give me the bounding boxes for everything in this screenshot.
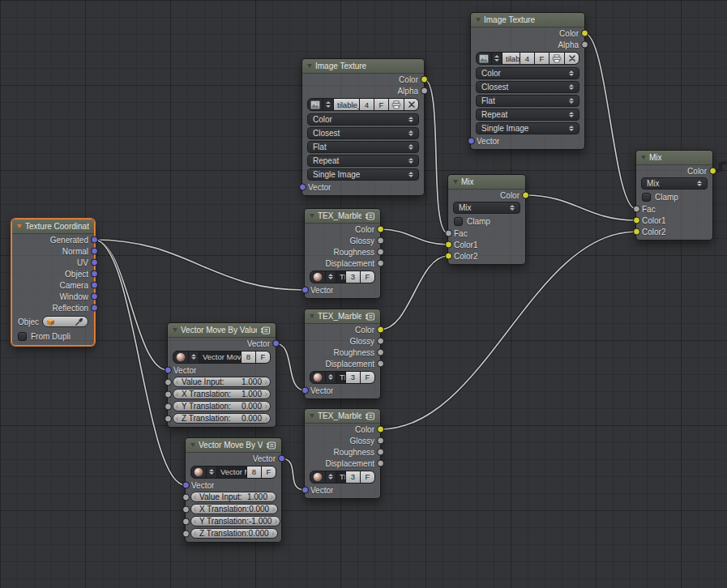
- socket-roughness-output[interactable]: [377, 349, 384, 356]
- datablock-selector[interactable]: tilable_b4F: [476, 52, 579, 65]
- dropdown-interpolation[interactable]: Closest: [476, 81, 579, 93]
- socket-color-output[interactable]: [377, 326, 384, 334]
- collapse-triangle-icon[interactable]: [310, 414, 314, 418]
- slider-value_input[interactable]: Value Input:1.000: [190, 492, 276, 502]
- socket-color1-input[interactable]: [445, 241, 452, 249]
- checkbox[interactable]: [642, 193, 651, 202]
- node-image_texture_a[interactable]: Image TextureColorAlphatilable_a4FColorC…: [301, 58, 425, 196]
- stepper-arrows-icon[interactable]: [408, 144, 413, 151]
- socket-value_input-input[interactable]: [182, 493, 190, 501]
- datablock-preview[interactable]: [477, 53, 491, 64]
- node-mix_2[interactable]: MixColorMixClampFacColor1Color2: [635, 150, 713, 241]
- slider-x_translation[interactable]: X Translation:1.000: [173, 389, 271, 399]
- socket-value_input-input[interactable]: [165, 378, 172, 386]
- users-count-button[interactable]: 4: [520, 53, 534, 64]
- stepper-arrows-icon[interactable]: [697, 181, 702, 187]
- users-count-button[interactable]: 8: [241, 352, 255, 363]
- collapse-triangle-icon[interactable]: [190, 443, 195, 447]
- socket-x_translation-input[interactable]: [182, 505, 190, 513]
- datablock-browse[interactable]: [188, 352, 199, 363]
- dropdown-projection[interactable]: Flat: [307, 141, 419, 153]
- dropdown-color_space[interactable]: Color: [476, 67, 579, 79]
- socket-vector-input[interactable]: [299, 184, 306, 191]
- dropdown-blend_type[interactable]: Mix: [641, 177, 708, 190]
- stepper-arrows-icon[interactable]: [569, 126, 574, 132]
- socket-vector_out-output[interactable]: [272, 340, 280, 347]
- dropdown-interpolation[interactable]: Closest: [307, 127, 419, 139]
- socket-y_translation-input[interactable]: [165, 403, 172, 410]
- checkbox[interactable]: [18, 332, 27, 341]
- checkbox[interactable]: [454, 217, 463, 226]
- socket-y_translation-input[interactable]: [182, 518, 190, 525]
- datablock-name[interactable]: TEX_M: [336, 271, 345, 283]
- socket-color-output[interactable]: [377, 426, 384, 433]
- socket-x_translation-input[interactable]: [165, 390, 172, 398]
- stepper-arrows-icon[interactable]: [569, 84, 574, 91]
- slider-y_translation[interactable]: Y Translation:0.000: [173, 401, 271, 411]
- stepper-arrows-icon[interactable]: [408, 158, 413, 164]
- socket-generated-output[interactable]: [91, 236, 98, 244]
- unlink-button[interactable]: [404, 99, 418, 110]
- collapse-triangle-icon[interactable]: [307, 64, 312, 68]
- socket-color-output[interactable]: [581, 30, 588, 37]
- users-count-button[interactable]: 3: [345, 372, 360, 383]
- node-tex_marble_1[interactable]: TEX_MarbleColorGlossyRoughnessDisplaceme…: [304, 208, 381, 299]
- datablock-preview[interactable]: [308, 99, 323, 110]
- stepper-arrows-icon[interactable]: [328, 374, 333, 381]
- datablock-name[interactable]: TEX_M: [336, 471, 345, 483]
- stepper-arrows-icon[interactable]: [408, 130, 413, 137]
- socket-displacement-output[interactable]: [377, 460, 384, 467]
- datablock-name[interactable]: tilable_a: [333, 99, 359, 110]
- socket-fac-input[interactable]: [445, 230, 452, 237]
- fake-user-button[interactable]: F: [374, 99, 388, 110]
- socket-vector_in-input[interactable]: [165, 367, 172, 374]
- socket-normal-output[interactable]: [91, 248, 98, 255]
- socket-z_translation-input[interactable]: [182, 530, 190, 537]
- socket-window-output[interactable]: [91, 293, 98, 300]
- fake-user-button[interactable]: F: [360, 372, 374, 383]
- socket-color-output[interactable]: [709, 168, 716, 175]
- datablock-name[interactable]: Vector Mov...: [216, 467, 246, 478]
- stepper-arrows-icon[interactable]: [510, 205, 515, 211]
- datablock-browse[interactable]: [325, 372, 336, 383]
- socket-color-output[interactable]: [522, 192, 529, 199]
- stepper-arrows-icon[interactable]: [326, 101, 331, 108]
- fake-user-button[interactable]: F: [360, 271, 374, 283]
- socket-alpha-output[interactable]: [421, 87, 428, 95]
- fake-user-button[interactable]: F: [261, 467, 276, 478]
- dropdown-extension[interactable]: Repeat: [476, 109, 579, 121]
- socket-glossy-output[interactable]: [377, 437, 384, 445]
- fake-user-button[interactable]: F: [255, 352, 270, 363]
- dropdown-source[interactable]: Single Image: [307, 168, 419, 181]
- object-field[interactable]: [42, 316, 88, 327]
- datablock-browse[interactable]: [325, 271, 336, 283]
- socket-fac-input[interactable]: [633, 206, 640, 213]
- datablock-selector[interactable]: Vector Mov...8F: [190, 466, 276, 479]
- socket-vector-input[interactable]: [301, 487, 309, 494]
- datablock-browse[interactable]: [325, 471, 336, 483]
- node-vector_move_2[interactable]: Vector Move By ValueVectorVector Mov...8…: [185, 437, 282, 543]
- socket-uv-output[interactable]: [91, 259, 98, 266]
- slider-x_translation[interactable]: X Translation:0.000: [190, 504, 278, 514]
- stepper-arrows-icon[interactable]: [209, 469, 214, 475]
- datablock-name[interactable]: TEX_M: [336, 372, 345, 383]
- node-tex_marble_2[interactable]: TEX_MarbleColorGlossyRoughnessDisplaceme…: [304, 309, 381, 399]
- socket-displacement-output[interactable]: [377, 360, 384, 368]
- datablock-selector[interactable]: tilable_a4F: [307, 98, 419, 111]
- node-image_texture_b[interactable]: Image TextureColorAlphatilable_b4FColorC…: [470, 12, 585, 150]
- node-tex_marble_3[interactable]: TEX_MarbleColorGlossyRoughnessDisplaceme…: [304, 408, 381, 499]
- stepper-arrows-icon[interactable]: [191, 354, 196, 360]
- node-header[interactable]: Mix: [448, 175, 525, 190]
- slider-value_input[interactable]: Value Input:1.000: [173, 377, 271, 387]
- datablock-browse[interactable]: [491, 53, 502, 64]
- socket-color1-input[interactable]: [633, 217, 640, 224]
- slider-y_translation[interactable]: Y Translation:-1.000: [190, 516, 280, 526]
- pack-button[interactable]: [388, 99, 404, 110]
- stepper-arrows-icon[interactable]: [569, 70, 574, 77]
- datablock-preview[interactable]: [310, 372, 325, 383]
- socket-vector-input[interactable]: [468, 138, 475, 145]
- stepper-arrows-icon[interactable]: [328, 274, 333, 280]
- socket-vector-input[interactable]: [301, 387, 309, 394]
- unlink-button[interactable]: [564, 53, 579, 64]
- node-header[interactable]: TEX_Marble: [305, 409, 380, 424]
